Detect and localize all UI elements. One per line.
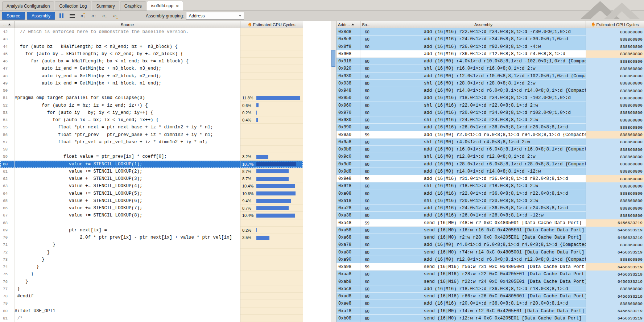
source-row[interactable]: 72 } <box>0 249 303 256</box>
assembly-row[interactable]: 0x8d860add (16|M16) r22.0<1>:d r34.0<8;8… <box>337 28 644 36</box>
source-line-column-header[interactable]: So... <box>360 21 381 28</box>
source-row[interactable]: 75 } <box>0 271 303 278</box>
next-hotspot-icon[interactable]: a↓ <box>100 12 110 20</box>
assembly-row[interactable]: 0x97060add (16|M16) r20.0<1>:d r34.0<8;8… <box>337 109 644 116</box>
tab-graphics[interactable]: Graphics <box>120 1 146 11</box>
assembly-row[interactable]: 0x9d060add (16|M0) r28.0<1>:d r6.0<8;8,1… <box>337 161 644 168</box>
assembly-row[interactable]: 0x9e859add (16|M16) r31.0<1>:d r36.0<8;8… <box>337 175 644 182</box>
pause-icon[interactable] <box>57 12 66 20</box>
source-row[interactable]: 50 <box>0 87 303 94</box>
source-row[interactable]: 79 <box>0 300 303 307</box>
source-row[interactable]: 80#ifdef USE_OPT1 <box>0 307 303 315</box>
assembly-row[interactable]: 0xa8060send (16|M0) r74:w r14 0xC 0x4805… <box>337 249 644 256</box>
source-row[interactable]: 67 value += STENCIL_LOOKUP(8);10.4% <box>0 212 303 219</box>
source-row[interactable]: 71 } <box>0 241 303 248</box>
assembly-row[interactable]: 0x93060add (16|M0) r12.0<1>:d r10.0<8;8,… <box>337 73 644 80</box>
assembly-row[interactable]: 0x8f860add (16|M16) r26.0<1>:d r92.0<8;8… <box>337 43 644 50</box>
tab-iso3dfd-cpp[interactable]: iso3dfd.cpp× <box>147 1 183 11</box>
menu-icon[interactable] <box>67 12 77 20</box>
gpu-cycles-column-header[interactable]: Estimated GPU Cycles <box>586 21 644 28</box>
source-row[interactable]: 54 for (auto ix = bx; ix < ix_end; ix++)… <box>0 116 303 124</box>
source-row[interactable]: 60 value += STENCIL_LOOKUP(1);10.7% <box>0 161 303 168</box>
source-row[interactable]: 44 for (auto bz = kHalfLength; bz < n3_e… <box>0 43 303 50</box>
source-row[interactable]: 59 float value = ptr_prev[ix] * coeff[0]… <box>0 153 303 160</box>
tab-summary[interactable]: Summary <box>92 1 119 11</box>
source-row[interactable]: 77 } <box>0 285 303 293</box>
source-row[interactable]: 46 for (auto bx = kHalfLength; bx < n1_e… <box>0 58 303 65</box>
assembly-row[interactable]: 0x9c060shl (16|M0) r12.0<1>:d r12.0<8;8,… <box>337 153 644 160</box>
source-row[interactable]: 70 2.0f * ptr_prev[ix] - ptr_next[ix] + … <box>0 234 303 241</box>
assembly-row[interactable]: 0x98060shl (16|M16) r24.0<1>:d r24.0<8;8… <box>337 116 644 124</box>
assembly-grouping-dropdown[interactable]: Address <box>186 12 244 20</box>
assembly-row[interactable]: 0xa4859send (16|M0) r48:w r2 0xC 0x48050… <box>337 219 644 227</box>
assembly-row[interactable]: 0x8e860add (16|M16) r24.0<1>:d r34.0<8;8… <box>337 36 644 43</box>
assembly-row[interactable]: 0x9d860add (16|M0) r14.0<1>:d r14.0<8;8,… <box>337 168 644 175</box>
vertical-scrollbar[interactable] <box>331 21 336 322</box>
assembly-row[interactable]: 0x91860add (16|M0) r4.0<1>:d r10.0<8;8,1… <box>337 58 644 65</box>
source-row[interactable]: 45 for (auto by = kHalfLength; by < n2_e… <box>0 50 303 58</box>
source-row[interactable]: 48 auto iy_end = GetMin(by + n2_block, n… <box>0 73 303 80</box>
assembly-row[interactable]: 0xa9859send (16|M16) r56:w r31 0xC 0x480… <box>337 263 644 271</box>
source-row[interactable]: 61 value += STENCIL_LOOKUP(2);8.7% <box>0 168 303 175</box>
source-row[interactable]: 63 value += STENCIL_LOOKUP(4);10.4% <box>0 182 303 190</box>
source-row[interactable]: 73 } <box>0 256 303 263</box>
last-hotspot-icon[interactable]: a↓ <box>111 12 120 20</box>
source-row[interactable]: 42 // which is enforced here to demonstr… <box>0 28 303 36</box>
source-row[interactable]: 62 value += STENCIL_LOOKUP(3);8.7% <box>0 175 303 182</box>
source-row[interactable]: 52 for (auto iz = bz; iz < iz_end; iz++)… <box>0 102 303 109</box>
source-row[interactable]: 76 } <box>0 278 303 285</box>
source-row[interactable]: 78 #endif <box>0 293 303 300</box>
source-row[interactable]: 68 <box>0 219 303 227</box>
assembly-row[interactable]: 0xac860add (16|M16) r18.0<1>:d r36.0<8;8… <box>337 285 644 293</box>
assembly-row[interactable]: 0xab860send (16|M16) r22:w r24 0xC 0x420… <box>337 278 644 285</box>
source-row[interactable]: 64 value += STENCIL_LOOKUP(5);10.6% <box>0 190 303 197</box>
source-row[interactable]: 58 <box>0 146 303 153</box>
assembly-row[interactable]: 0xa5860send (16|M0) r16:w r16 0xC 0x4205… <box>337 227 644 234</box>
close-icon[interactable]: × <box>176 4 179 8</box>
source-row[interactable]: 47 auto iz_end = GetMin(bz + n3_block, n… <box>0 65 303 72</box>
source-row[interactable]: 53 for (auto iy = by; iy < iy_end; iy++)… <box>0 109 303 116</box>
assembly-row[interactable]: 0xa0860add (16|M16) r22.0<1>:d r36.0<8;8… <box>337 190 644 197</box>
source-row[interactable]: 49 auto ix_end = GetMin(bx + n1_block, n… <box>0 80 303 87</box>
source-row[interactable]: 51#pragma omp target parallel for simd c… <box>0 94 303 102</box>
assembly-row[interactable]: 0xaa860send (16|M16) r28:w r22 0xC 0x420… <box>337 271 644 278</box>
assembly-row[interactable]: 0x99060add (16|M16) r26.0<1>:d r36.0<8;8… <box>337 124 644 131</box>
assembly-row[interactable]: 0xa2860add (16|M16) r24.0<1>:d r36.0<8;8… <box>337 205 644 212</box>
assembly-row[interactable]: 0x93860shl (16|M0) r28.0<1>:d r28.0<8;8,… <box>337 80 644 87</box>
assembly-row[interactable]: 0xad860send (16|M16) r66:w r26 0xC 0x480… <box>337 293 644 300</box>
assembly-column-header[interactable]: Assembly <box>381 21 586 28</box>
assembly-row[interactable]: 0xa7860add (16|M0) r4.0<1>:d r6.0<8;8,1>… <box>337 241 644 248</box>
source-column-header[interactable]: Source <box>15 21 240 28</box>
assembly-row[interactable]: 0x94860add (16|M0) r14.0<1>:d r6.0<8;8,1… <box>337 87 644 94</box>
tab-analysis-configuration[interactable]: Analysis Configuration <box>2 1 54 11</box>
source-view-button[interactable]: Source <box>2 12 25 20</box>
assembly-row[interactable]: 0x9b860add (16|M0) r16.0<1>:d r6.0<8;8,1… <box>337 146 644 153</box>
prev-hotspot-icon[interactable]: a↑ <box>89 12 99 20</box>
assembly-row[interactable]: 0xae860add (16|M16) r20.0<1>:d r36.0<8;8… <box>337 300 644 307</box>
source-row[interactable]: 66 value += STENCIL_LOOKUP(7);8.7% <box>0 205 303 212</box>
assembly-row[interactable]: 0xaf860send (16|M0) r14:w r12 0xC 0x4205… <box>337 307 644 315</box>
assembly-row[interactable]: 0xa9060add (16|M0) r12.0<1>:d r6.0<8;8,1… <box>337 256 644 263</box>
scrollbar-thumb[interactable] <box>331 50 335 67</box>
line-column-header[interactable]: ... <box>0 21 15 28</box>
gpu-cycles-column-header[interactable]: Estimated GPU Cycles <box>240 21 303 28</box>
assembly-row[interactable]: 0x92060shl (16|M0) r16.0<1>:d r16.0<8;8,… <box>337 65 644 72</box>
assembly-row[interactable]: 0x9a059add (16|M0) r2.0<1>:d r6.0<8;8,1>… <box>337 131 644 139</box>
assembly-row[interactable]: 0x908add (16|M16) r36.0<1>:d r12.0<8;8,1… <box>337 50 644 58</box>
source-row[interactable]: 56 float *ptr_prev = ptr_prev_base + iz … <box>0 131 303 139</box>
source-row[interactable]: 81 /* <box>0 315 303 322</box>
assembly-view-button[interactable]: Assembly <box>27 12 55 20</box>
source-row[interactable]: 74 } <box>0 263 303 271</box>
source-row[interactable]: 57 float *ptr_vel = ptr_vel_base + iz * … <box>0 139 303 146</box>
assembly-row[interactable]: 0xa3860add (16|M16) r26.0<1>:d r26.0<8;8… <box>337 212 644 219</box>
first-hotspot-icon[interactable]: a↑ <box>78 12 88 20</box>
assembly-row[interactable]: 0xa1860shl (16|M16) r20.0<1>:d r20.0<8;8… <box>337 197 644 205</box>
assembly-row[interactable]: 0xb0860send (16|M0) r12:w r4 0xC 0x4205E… <box>337 315 644 322</box>
tab-collection-log[interactable]: Collection Log <box>55 1 91 11</box>
source-row[interactable]: 69 ptr_next[ix] =0.2% <box>0 227 303 234</box>
address-column-header[interactable]: Addr... <box>337 21 360 28</box>
assembly-row[interactable]: 0x9a860shl (16|M0) r4.0<1>:d r4.0<8;8,1>… <box>337 139 644 146</box>
source-row[interactable]: 55 float *ptr_next = ptr_next_base + iz … <box>0 124 303 131</box>
assembly-row[interactable]: 0xa6860send (16|M0) r2:w r28 0xC 0x4205E… <box>337 234 644 241</box>
assembly-row[interactable]: 0x96060shl (16|M16) r22.0<1>:d r22.0<8;8… <box>337 102 644 109</box>
